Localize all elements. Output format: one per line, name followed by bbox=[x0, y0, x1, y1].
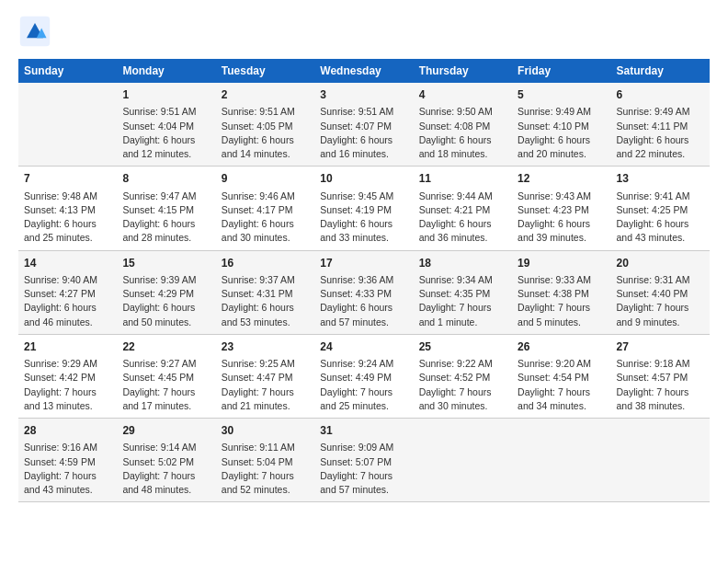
calendar-cell: 24Sunrise: 9:24 AM Sunset: 4:49 PM Dayli… bbox=[314, 334, 413, 418]
calendar-cell: 28Sunrise: 9:16 AM Sunset: 4:59 PM Dayli… bbox=[18, 419, 117, 502]
weekday-header-monday: Monday bbox=[117, 59, 215, 83]
day-number: 16 bbox=[222, 256, 309, 271]
page-header bbox=[18, 15, 710, 48]
day-info: Sunrise: 9:49 AM Sunset: 4:11 PM Dayligh… bbox=[617, 105, 704, 161]
calendar-cell: 17Sunrise: 9:36 AM Sunset: 4:33 PM Dayli… bbox=[314, 250, 413, 334]
day-number: 26 bbox=[518, 339, 605, 355]
calendar-cell bbox=[611, 419, 710, 502]
day-info: Sunrise: 9:49 AM Sunset: 4:10 PM Dayligh… bbox=[518, 105, 605, 161]
day-info: Sunrise: 9:27 AM Sunset: 4:45 PM Dayligh… bbox=[122, 357, 210, 413]
day-info: Sunrise: 9:45 AM Sunset: 4:19 PM Dayligh… bbox=[320, 190, 407, 246]
day-info: Sunrise: 9:40 AM Sunset: 4:27 PM Dayligh… bbox=[24, 273, 111, 329]
day-number: 25 bbox=[419, 339, 506, 355]
calendar-cell: 6Sunrise: 9:49 AM Sunset: 4:11 PM Daylig… bbox=[611, 83, 710, 167]
calendar-cell: 5Sunrise: 9:49 AM Sunset: 4:10 PM Daylig… bbox=[512, 83, 610, 167]
weekday-header-friday: Friday bbox=[512, 59, 610, 83]
day-number: 11 bbox=[419, 171, 506, 187]
day-number: 22 bbox=[122, 339, 210, 355]
calendar-cell: 4Sunrise: 9:50 AM Sunset: 4:08 PM Daylig… bbox=[414, 83, 512, 167]
day-number: 27 bbox=[617, 339, 704, 355]
calendar-cell: 2Sunrise: 9:51 AM Sunset: 4:05 PM Daylig… bbox=[216, 83, 314, 167]
weekday-header-wednesday: Wednesday bbox=[314, 59, 413, 83]
weekday-header-saturday: Saturday bbox=[611, 59, 710, 83]
day-info: Sunrise: 9:50 AM Sunset: 4:08 PM Dayligh… bbox=[419, 105, 506, 161]
day-info: Sunrise: 9:14 AM Sunset: 5:02 PM Dayligh… bbox=[122, 441, 210, 497]
calendar-cell: 30Sunrise: 9:11 AM Sunset: 5:04 PM Dayli… bbox=[216, 419, 314, 502]
day-info: Sunrise: 9:48 AM Sunset: 4:13 PM Dayligh… bbox=[24, 190, 111, 246]
day-info: Sunrise: 9:31 AM Sunset: 4:40 PM Dayligh… bbox=[617, 273, 704, 329]
day-number: 31 bbox=[320, 423, 407, 439]
weekday-header-tuesday: Tuesday bbox=[216, 59, 314, 83]
day-info: Sunrise: 9:51 AM Sunset: 4:05 PM Dayligh… bbox=[222, 105, 309, 161]
calendar-week-row: 28Sunrise: 9:16 AM Sunset: 4:59 PM Dayli… bbox=[18, 419, 710, 502]
day-info: Sunrise: 9:44 AM Sunset: 4:21 PM Dayligh… bbox=[419, 190, 506, 246]
calendar-cell: 7Sunrise: 9:48 AM Sunset: 4:13 PM Daylig… bbox=[18, 167, 117, 250]
day-info: Sunrise: 9:43 AM Sunset: 4:23 PM Dayligh… bbox=[518, 190, 605, 246]
day-info: Sunrise: 9:46 AM Sunset: 4:17 PM Dayligh… bbox=[222, 190, 309, 246]
calendar-week-row: 1Sunrise: 9:51 AM Sunset: 4:04 PM Daylig… bbox=[18, 83, 710, 167]
calendar-cell: 25Sunrise: 9:22 AM Sunset: 4:52 PM Dayli… bbox=[414, 334, 512, 418]
calendar-cell: 9Sunrise: 9:46 AM Sunset: 4:17 PM Daylig… bbox=[216, 167, 314, 250]
calendar-cell: 13Sunrise: 9:41 AM Sunset: 4:25 PM Dayli… bbox=[611, 167, 710, 250]
day-number: 2 bbox=[222, 87, 309, 103]
calendar-cell: 31Sunrise: 9:09 AM Sunset: 5:07 PM Dayli… bbox=[314, 419, 413, 502]
day-info: Sunrise: 9:36 AM Sunset: 4:33 PM Dayligh… bbox=[320, 273, 407, 329]
calendar-cell: 3Sunrise: 9:51 AM Sunset: 4:07 PM Daylig… bbox=[314, 83, 413, 167]
calendar-cell: 14Sunrise: 9:40 AM Sunset: 4:27 PM Dayli… bbox=[18, 250, 117, 334]
day-number: 14 bbox=[24, 256, 111, 271]
day-info: Sunrise: 9:37 AM Sunset: 4:31 PM Dayligh… bbox=[222, 273, 309, 329]
day-number: 30 bbox=[222, 423, 309, 439]
day-number: 8 bbox=[122, 171, 210, 187]
day-number: 4 bbox=[419, 87, 506, 103]
calendar-cell bbox=[414, 419, 512, 502]
calendar-cell: 16Sunrise: 9:37 AM Sunset: 4:31 PM Dayli… bbox=[216, 250, 314, 334]
calendar-header-row: SundayMondayTuesdayWednesdayThursdayFrid… bbox=[18, 59, 710, 83]
calendar-cell: 20Sunrise: 9:31 AM Sunset: 4:40 PM Dayli… bbox=[611, 250, 710, 334]
calendar-week-row: 21Sunrise: 9:29 AM Sunset: 4:42 PM Dayli… bbox=[18, 334, 710, 418]
day-number: 12 bbox=[518, 171, 605, 187]
calendar-cell: 11Sunrise: 9:44 AM Sunset: 4:21 PM Dayli… bbox=[414, 167, 512, 250]
day-info: Sunrise: 9:29 AM Sunset: 4:42 PM Dayligh… bbox=[24, 357, 111, 413]
calendar-cell: 22Sunrise: 9:27 AM Sunset: 4:45 PM Dayli… bbox=[117, 334, 215, 418]
day-number: 19 bbox=[518, 256, 605, 271]
calendar-cell: 27Sunrise: 9:18 AM Sunset: 4:57 PM Dayli… bbox=[611, 334, 710, 418]
day-number: 15 bbox=[122, 256, 210, 271]
logo bbox=[18, 15, 55, 48]
calendar-week-row: 14Sunrise: 9:40 AM Sunset: 4:27 PM Dayli… bbox=[18, 250, 710, 334]
day-number: 3 bbox=[320, 87, 407, 103]
weekday-header-thursday: Thursday bbox=[414, 59, 512, 83]
day-number: 17 bbox=[320, 256, 407, 271]
calendar-table: SundayMondayTuesdayWednesdayThursdayFrid… bbox=[18, 59, 710, 502]
day-info: Sunrise: 9:18 AM Sunset: 4:57 PM Dayligh… bbox=[617, 357, 704, 413]
calendar-cell: 8Sunrise: 9:47 AM Sunset: 4:15 PM Daylig… bbox=[117, 167, 215, 250]
calendar-cell: 12Sunrise: 9:43 AM Sunset: 4:23 PM Dayli… bbox=[512, 167, 610, 250]
calendar-cell: 29Sunrise: 9:14 AM Sunset: 5:02 PM Dayli… bbox=[117, 419, 215, 502]
calendar-cell: 1Sunrise: 9:51 AM Sunset: 4:04 PM Daylig… bbox=[117, 83, 215, 167]
calendar-week-row: 7Sunrise: 9:48 AM Sunset: 4:13 PM Daylig… bbox=[18, 167, 710, 250]
day-info: Sunrise: 9:20 AM Sunset: 4:54 PM Dayligh… bbox=[518, 357, 605, 413]
day-number: 23 bbox=[222, 339, 309, 355]
logo-icon bbox=[18, 15, 51, 48]
page-container: SundayMondayTuesdayWednesdayThursdayFrid… bbox=[0, 0, 728, 511]
calendar-cell: 19Sunrise: 9:33 AM Sunset: 4:38 PM Dayli… bbox=[512, 250, 610, 334]
calendar-cell: 26Sunrise: 9:20 AM Sunset: 4:54 PM Dayli… bbox=[512, 334, 610, 418]
day-number: 24 bbox=[320, 339, 407, 355]
weekday-header-sunday: Sunday bbox=[18, 59, 117, 83]
day-info: Sunrise: 9:09 AM Sunset: 5:07 PM Dayligh… bbox=[320, 441, 407, 497]
day-number: 10 bbox=[320, 171, 407, 187]
calendar-cell: 23Sunrise: 9:25 AM Sunset: 4:47 PM Dayli… bbox=[216, 334, 314, 418]
day-number: 5 bbox=[518, 87, 605, 103]
day-info: Sunrise: 9:39 AM Sunset: 4:29 PM Dayligh… bbox=[122, 273, 210, 329]
day-number: 18 bbox=[419, 256, 506, 271]
calendar-cell bbox=[512, 419, 610, 502]
day-info: Sunrise: 9:41 AM Sunset: 4:25 PM Dayligh… bbox=[617, 190, 704, 246]
day-number: 6 bbox=[617, 87, 704, 103]
day-info: Sunrise: 9:47 AM Sunset: 4:15 PM Dayligh… bbox=[122, 190, 210, 246]
calendar-cell: 18Sunrise: 9:34 AM Sunset: 4:35 PM Dayli… bbox=[414, 250, 512, 334]
day-number: 7 bbox=[24, 171, 111, 187]
day-number: 1 bbox=[122, 87, 210, 103]
day-number: 21 bbox=[24, 339, 111, 355]
day-info: Sunrise: 9:33 AM Sunset: 4:38 PM Dayligh… bbox=[518, 273, 605, 329]
day-info: Sunrise: 9:34 AM Sunset: 4:35 PM Dayligh… bbox=[419, 273, 506, 329]
day-info: Sunrise: 9:25 AM Sunset: 4:47 PM Dayligh… bbox=[222, 357, 309, 413]
